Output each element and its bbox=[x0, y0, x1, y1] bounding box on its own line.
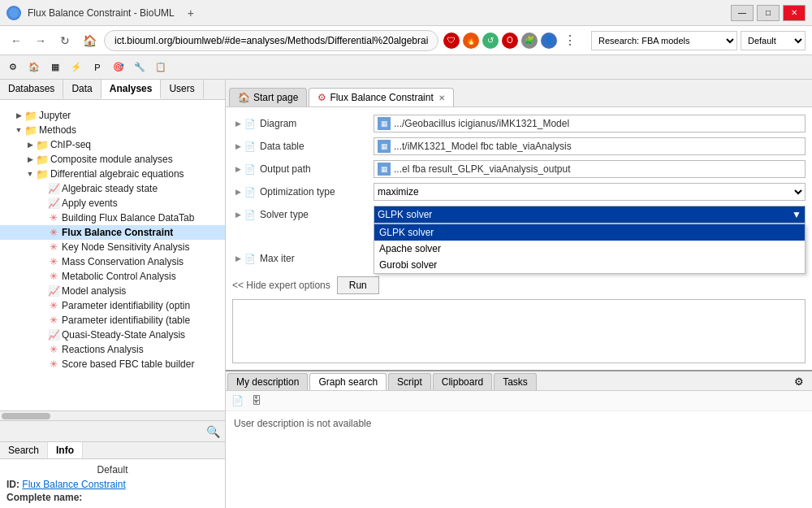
tab-close-icon[interactable]: ✕ bbox=[438, 93, 445, 102]
toolbar-btn-8[interactable]: 📋 bbox=[151, 58, 171, 77]
tree-h-scrollbar[interactable] bbox=[0, 410, 225, 420]
home-button[interactable]: 🏠 bbox=[80, 31, 99, 50]
folder-icon-jupyter: 📁 bbox=[24, 109, 37, 122]
solver-option-apache[interactable]: Apache solver bbox=[374, 241, 805, 257]
tab-users[interactable]: Users bbox=[161, 80, 203, 99]
title-bar-left: Flux Balance Constraint - BioUML + bbox=[6, 6, 194, 20]
h-scrollbar-thumb[interactable] bbox=[2, 413, 50, 419]
menu-button[interactable]: ⋮ bbox=[560, 31, 580, 50]
solver-selected-text: GLPK solver bbox=[378, 209, 432, 220]
tab-script[interactable]: Script bbox=[388, 373, 431, 390]
tree-node-fluxbalance[interactable]: ✳ Flux Balance Constraint bbox=[0, 225, 225, 240]
tab-graphsearch[interactable]: Graph search bbox=[309, 373, 387, 390]
toolbar-btn-7[interactable]: 🔧 bbox=[130, 58, 149, 77]
tree-arrow-diffeq[interactable]: ▼ bbox=[24, 170, 36, 178]
tree-label-paramidtable: Parameter identifiability (table bbox=[62, 315, 190, 326]
tab-info[interactable]: Info bbox=[48, 442, 83, 458]
toolbar-btn-4[interactable]: ⚡ bbox=[67, 58, 86, 77]
tab-analyses[interactable]: Analyses bbox=[102, 80, 162, 99]
hide-expert-link[interactable]: << Hide expert options bbox=[232, 280, 330, 291]
form-label-datatable: Data table bbox=[260, 141, 374, 152]
form-value-datatable: ▦ ...t/iMK1321_Model fbc table_viaAnalys… bbox=[374, 137, 806, 155]
tree-node-massconserv[interactable]: ✳ Mass Conservation Analysis bbox=[0, 254, 225, 269]
tree-node-scorefbc[interactable]: ✳ Score based FBC table builder bbox=[0, 357, 225, 371]
tree-node-diffeq[interactable]: ▼ 📁 Differential algebraic equations bbox=[0, 167, 225, 181]
research-select[interactable]: Research: FBA models bbox=[591, 31, 737, 50]
toolbar-btn-6[interactable]: 🎯 bbox=[109, 58, 128, 77]
tree-arrow-composite[interactable]: ▶ bbox=[24, 155, 36, 163]
opera-icon: O bbox=[502, 33, 518, 49]
tab-data[interactable]: Data bbox=[63, 80, 101, 99]
binoculars-button[interactable]: 🔍 bbox=[203, 422, 223, 441]
folder-icon-diffeq: 📁 bbox=[36, 167, 49, 180]
tab-search[interactable]: Search bbox=[0, 442, 48, 458]
toolbar-btn-5[interactable]: P bbox=[88, 58, 107, 77]
tab-startpage[interactable]: 🏠 Start page bbox=[229, 88, 307, 106]
toolbar-btn-1[interactable]: ⚙ bbox=[3, 58, 23, 77]
right-panel: 🏠 Start page ⚙ Flux Balance Constraint ✕… bbox=[226, 80, 812, 508]
tree-node-reactions[interactable]: ✳ Reactions Analysis bbox=[0, 342, 225, 357]
solver-option-gurobi[interactable]: Gurobi solver bbox=[374, 257, 805, 273]
tree-node-algsteady[interactable]: 📈 Algebraic steady state bbox=[0, 181, 225, 196]
form-arrow-solvertype: ▶ bbox=[232, 211, 244, 219]
form-row-solvertype: ▶ 📄 Solver type GLPK solver ▼ GLPK solve… bbox=[232, 205, 806, 224]
tree-node-composite[interactable]: ▶ 📁 Composite module analyses bbox=[0, 152, 225, 167]
url-input[interactable] bbox=[104, 30, 438, 51]
run-button[interactable]: Run bbox=[337, 276, 379, 294]
refresh-button[interactable]: ↻ bbox=[55, 31, 75, 50]
tree-node-paramidoptin[interactable]: ✳ Parameter identifiability (optin bbox=[0, 298, 225, 313]
form-arrow-outputpath: ▶ bbox=[232, 165, 244, 173]
tree-node-jupyter[interactable]: ▶ 📁 Jupyter bbox=[0, 108, 225, 123]
db-icon-btn[interactable]: 🗄 bbox=[248, 393, 265, 409]
tree-label-paramidoptin: Parameter identifiability (optin bbox=[62, 300, 190, 311]
content-area: ▶ 📄 Diagram ▦ .../Geobacillus icigianus/… bbox=[226, 107, 812, 370]
form-label-solvertype: Solver type bbox=[260, 209, 374, 220]
back-button[interactable]: ← bbox=[6, 31, 26, 50]
toolbar-btn-2[interactable]: 🏠 bbox=[24, 58, 44, 77]
info-default: Default bbox=[6, 464, 218, 475]
tab-clipboard[interactable]: Clipboard bbox=[433, 373, 492, 390]
tree-arrow-methods[interactable]: ▼ bbox=[13, 126, 24, 134]
gear-icon-keynodesensi: ✳ bbox=[47, 241, 60, 254]
gear-icon-buildingfbc: ✳ bbox=[47, 211, 60, 224]
opttype-select[interactable]: maximize minimize bbox=[374, 183, 806, 201]
minimize-button[interactable]: — bbox=[731, 5, 754, 21]
doc-icon-datatable: 📄 bbox=[244, 141, 257, 152]
toolbar-btn-3[interactable]: ▦ bbox=[45, 58, 65, 77]
settings-icon-btn[interactable]: ⚙ bbox=[791, 374, 807, 390]
left-panel: Databases Data Analyses Users ▶ 📁 Jupyte… bbox=[0, 80, 226, 508]
form-value-outputpath: ▦ ...el fba result_GLPK_viaAnalysis_outp… bbox=[374, 160, 806, 178]
maximize-button[interactable]: □ bbox=[757, 5, 780, 21]
tree-node-buildingfbc[interactable]: ✳ Building Flux Balance DataTab bbox=[0, 211, 225, 225]
info-content: Default ID: Flux Balance Constraint Comp… bbox=[0, 459, 225, 508]
tree-node-quasisteady[interactable]: 📈 Quasi-Steady-State Analysis bbox=[0, 328, 225, 342]
tab-tasks[interactable]: Tasks bbox=[494, 373, 537, 390]
tree-arrow-chipseq[interactable]: ▶ bbox=[24, 141, 36, 149]
solver-selected[interactable]: GLPK solver ▼ bbox=[374, 206, 806, 224]
tree-arrow-jupyter[interactable]: ▶ bbox=[13, 111, 24, 119]
close-button[interactable]: ✕ bbox=[783, 5, 806, 21]
fluxbalance-tab-label: Flux Balance Constraint bbox=[330, 92, 433, 103]
left-panel-bottom: 🔍 Search Info Default ID: Flux Balance C… bbox=[0, 420, 225, 508]
profile-select[interactable]: Default bbox=[741, 31, 806, 50]
form-label-diagram: Diagram bbox=[260, 118, 374, 129]
tree-node-metabolicctrl[interactable]: ✳ Metabolic Control Analysis bbox=[0, 269, 225, 284]
tree-node-chipseq[interactable]: ▶ 📁 ChIP-seq bbox=[0, 137, 225, 152]
tree-node-paramidtable[interactable]: ✳ Parameter identifiability (table bbox=[0, 313, 225, 328]
forward-button[interactable]: → bbox=[31, 31, 50, 50]
tree-node-keynodesensi[interactable]: ✳ Key Node Sensitivity Analysis bbox=[0, 240, 225, 254]
tab-fluxbalance[interactable]: ⚙ Flux Balance Constraint ✕ bbox=[309, 88, 453, 106]
tree-node-modelanalysis[interactable]: 📈 Model analysis bbox=[0, 284, 225, 298]
page-icon-btn[interactable]: 📄 bbox=[229, 393, 245, 409]
tab-databases[interactable]: Databases bbox=[0, 80, 63, 99]
chart-icon-algsteady: 📈 bbox=[47, 182, 60, 195]
solver-option-glpk[interactable]: GLPK solver bbox=[374, 224, 805, 241]
tree-node-methods[interactable]: ▼ 📁 Methods bbox=[0, 123, 225, 137]
solver-dropdown[interactable]: GLPK solver ▼ GLPK solver Apache solver … bbox=[374, 206, 806, 224]
bottom-tab-group: My description Graph search Script Clipb… bbox=[227, 373, 538, 390]
tree-node-applyevents[interactable]: 📈 Apply events bbox=[0, 196, 225, 211]
new-tab-icon[interactable]: + bbox=[188, 7, 194, 20]
tab-mydescription[interactable]: My description bbox=[227, 373, 308, 390]
user-icon: 👤 bbox=[541, 33, 557, 49]
info-id-link[interactable]: Flux Balance Constraint bbox=[22, 479, 125, 490]
